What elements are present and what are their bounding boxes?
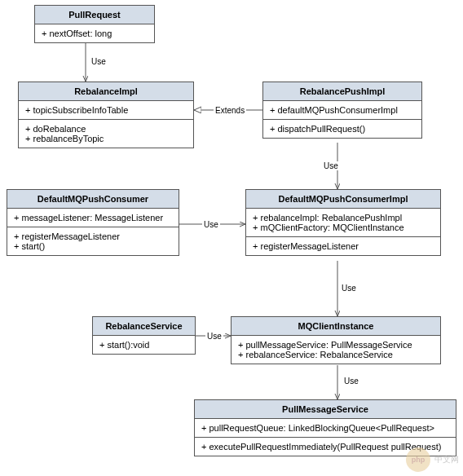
class-rebalancepushimpl: RebalancePushImpl + defaultMQPushConsume… [262, 82, 422, 139]
class-rebalanceimpl: RebalanceImpl + topicSubscribeInfoTable … [18, 82, 194, 148]
class-defaultmqpushconsumerimpl: DefaultMQPushConsumerImpl + rebalanceImp… [245, 189, 441, 256]
rel-use: Use [322, 161, 340, 170]
class-methods: + start():void [93, 336, 195, 354]
class-rebalanceservice: RebalanceService + start():void [92, 316, 196, 355]
class-name: DefaultMQPushConsumerImpl [246, 190, 440, 209]
class-methods: + dispatchPullRequest() [263, 120, 421, 138]
class-name: DefaultMQPushConsumer [7, 190, 179, 209]
rel-use: Use [90, 57, 108, 66]
class-methods: + registerMessageListener + start() [7, 227, 179, 255]
class-name: PullMessageService [195, 400, 456, 419]
class-attrs: + pullMessageService: PullMessageService… [232, 336, 440, 364]
class-attrs: + topicSubscribeInfoTable [19, 101, 193, 120]
rel-use: Use [340, 284, 358, 293]
class-methods: + registerMessageListener [246, 237, 440, 255]
class-attrs: + defaultMQPushConsumerImpl [263, 101, 421, 120]
rel-use: Use [205, 332, 223, 341]
class-name: RebalancePushImpl [263, 82, 421, 101]
class-attrs: + pullRequestQueue: LinkedBlockingQueue<… [195, 419, 456, 438]
rel-use: Use [342, 377, 360, 386]
class-name: PullRequest [35, 6, 154, 24]
class-attrs: + nextOffset: long [35, 24, 154, 42]
watermark: php 中文网 [406, 447, 459, 472]
class-mqclientinstance: MQClientInstance + pullMessageService: P… [231, 316, 441, 364]
class-name: MQClientInstance [232, 317, 440, 336]
class-pullrequest: PullRequest + nextOffset: long [34, 5, 155, 43]
rel-extends: Extends [214, 106, 246, 115]
watermark-text: 中文网 [434, 455, 459, 464]
rel-use: Use [202, 220, 220, 229]
class-name: RebalanceImpl [19, 82, 193, 101]
class-methods: + doRebalance + rebalanceByTopic [19, 120, 193, 148]
class-attrs: + messageListener: MessageListener [7, 209, 179, 227]
watermark-logo: php [406, 447, 430, 472]
class-defaultmqpushconsumer: DefaultMQPushConsumer + messageListener:… [7, 189, 179, 256]
class-attrs: + rebalanceImpl: RebalancePushImpl + mQC… [246, 209, 440, 237]
class-name: RebalanceService [93, 317, 195, 336]
